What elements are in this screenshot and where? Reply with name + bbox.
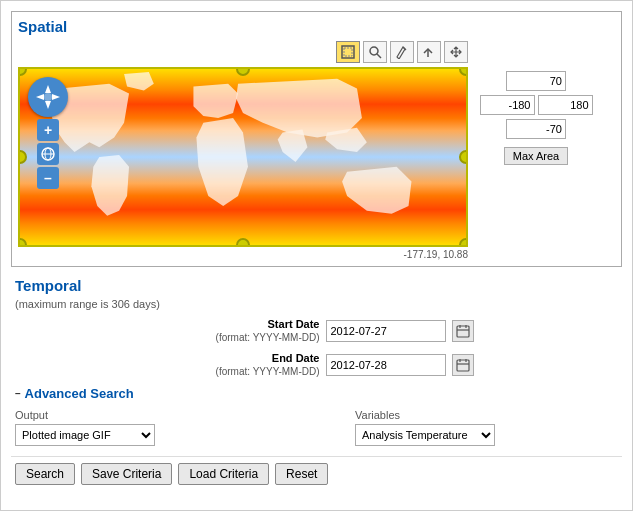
zoom-out-btn[interactable]: – — [37, 167, 59, 189]
toolbar-pan-btn[interactable] — [444, 41, 468, 63]
svg-rect-1 — [344, 48, 352, 56]
temporal-section: Temporal (maximum range is 306 days) Sta… — [11, 277, 622, 378]
toolbar-draw-btn[interactable] — [390, 41, 414, 63]
world-map[interactable]: + – — [18, 67, 468, 247]
map-coordinates: -177.19, 10.88 — [18, 249, 468, 260]
advanced-search-body: Output Plotted image GIF Variables Analy… — [15, 409, 618, 446]
nav-cross-icon[interactable] — [28, 77, 68, 117]
end-date-row: End Date (format: YYYY-MM-DD) — [15, 352, 618, 378]
variables-field-group: Variables Analysis Temperature — [355, 409, 495, 446]
coord-top-row — [506, 71, 566, 91]
zoom-in-btn[interactable]: + — [37, 119, 59, 141]
start-date-row: Start Date (format: YYYY-MM-DD) — [15, 318, 618, 344]
max-area-button[interactable]: Max Area — [504, 147, 568, 165]
map-nav-controls: + – — [28, 77, 68, 190]
spatial-inner: + – — [18, 41, 615, 260]
coord-bottom-row — [506, 119, 566, 139]
toolbar-select-btn[interactable] — [336, 41, 360, 63]
coord-top-input[interactable] — [506, 71, 566, 91]
coord-bottom-input[interactable] — [506, 119, 566, 139]
map-area: + – — [18, 41, 468, 260]
svg-marker-9 — [52, 94, 60, 100]
svg-line-3 — [377, 54, 381, 58]
reset-button[interactable]: Reset — [275, 463, 328, 485]
collapse-icon[interactable]: – — [15, 388, 21, 399]
svg-point-2 — [370, 47, 378, 55]
coord-mid-row — [480, 95, 593, 115]
svg-marker-6 — [45, 85, 51, 93]
variables-label: Variables — [355, 409, 495, 421]
start-date-label: Start Date (format: YYYY-MM-DD) — [160, 318, 320, 344]
start-date-input[interactable] — [326, 320, 446, 342]
handle-mr[interactable] — [459, 150, 468, 164]
main-container: Spatial — [0, 0, 633, 511]
output-field-group: Output Plotted image GIF — [15, 409, 155, 446]
svg-point-10 — [44, 93, 52, 101]
variables-select[interactable]: Analysis Temperature — [355, 424, 495, 446]
svg-marker-8 — [36, 94, 44, 100]
end-date-label: End Date (format: YYYY-MM-DD) — [160, 352, 320, 378]
svg-rect-14 — [457, 326, 469, 337]
spatial-section: Spatial — [11, 11, 622, 267]
spatial-title: Spatial — [18, 18, 615, 35]
handle-bm[interactable] — [236, 238, 250, 247]
svg-rect-18 — [457, 360, 469, 371]
toolbar-zoom-btn[interactable] — [363, 41, 387, 63]
svg-marker-7 — [45, 101, 51, 109]
start-date-calendar-btn[interactable] — [452, 320, 474, 342]
advanced-search-section: – Advanced Search Output Plotted image G… — [11, 386, 622, 446]
nav-globe-btn[interactable] — [37, 143, 59, 165]
coord-right-input[interactable] — [538, 95, 593, 115]
world-map-svg — [20, 69, 466, 245]
bottom-buttons: Search Save Criteria Load Criteria Reset — [11, 456, 622, 491]
handle-br[interactable] — [459, 238, 468, 247]
map-toolbar — [18, 41, 468, 63]
coordinate-inputs: Max Area — [476, 41, 596, 165]
end-date-input[interactable] — [326, 354, 446, 376]
end-date-calendar-btn[interactable] — [452, 354, 474, 376]
temporal-title: Temporal — [15, 277, 618, 294]
toolbar-edit-btn[interactable] — [417, 41, 441, 63]
output-label: Output — [15, 409, 155, 421]
advanced-search-title: – Advanced Search — [15, 386, 618, 401]
save-criteria-button[interactable]: Save Criteria — [81, 463, 172, 485]
coord-left-input[interactable] — [480, 95, 535, 115]
load-criteria-button[interactable]: Load Criteria — [178, 463, 269, 485]
output-select[interactable]: Plotted image GIF — [15, 424, 155, 446]
temporal-subtitle: (maximum range is 306 days) — [15, 298, 618, 310]
search-button[interactable]: Search — [15, 463, 75, 485]
